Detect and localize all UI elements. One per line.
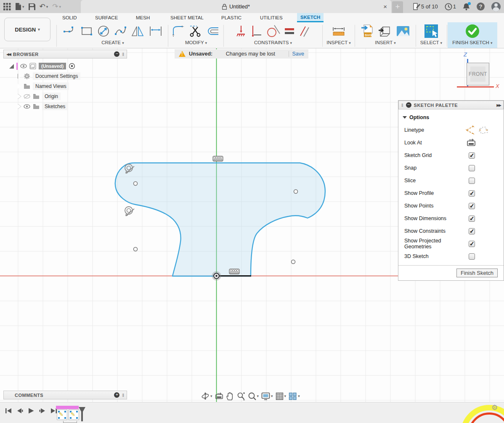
sketch-profile[interactable] xyxy=(115,163,325,276)
job-status-button[interactable]: 5 of 10 xyxy=(413,3,438,10)
fix-constraint-icon[interactable] xyxy=(236,25,247,37)
sketch-point[interactable] xyxy=(134,247,138,251)
timeline-sketch-feature-1[interactable]: ✎ xyxy=(57,410,67,420)
browser-header[interactable]: ◀◀ BROWSER − ‖ xyxy=(3,50,127,59)
insert-mesh-icon[interactable] xyxy=(378,24,392,38)
notifications-button[interactable] xyxy=(463,3,470,11)
browser-row-sketches[interactable]: Sketches xyxy=(3,101,127,112)
visibility-eye-icon[interactable] xyxy=(24,103,30,110)
collapse-browser-icon[interactable]: ◀◀ xyxy=(6,52,11,56)
show-profile-checkbox[interactable] xyxy=(469,190,475,197)
options-section-header[interactable]: Options xyxy=(398,111,504,124)
spline-tool-icon[interactable] xyxy=(114,25,127,37)
show-points-checkbox[interactable] xyxy=(469,203,475,209)
trim-tool-icon[interactable] xyxy=(188,24,202,38)
timeline-sketch-feature-2[interactable]: ✎ xyxy=(69,410,79,420)
finish-sketch-button[interactable]: Finish Sketch xyxy=(456,269,498,277)
rectangle-tool-icon[interactable] xyxy=(80,25,93,37)
timeline-group-bar[interactable] xyxy=(56,406,79,409)
offset-tool-icon[interactable] xyxy=(206,25,220,37)
look-at-tool[interactable] xyxy=(215,392,223,400)
tab-sketch[interactable]: SKETCH xyxy=(297,13,324,22)
construction-linetype-icon[interactable] xyxy=(465,125,475,135)
finish-sketch-icon[interactable] xyxy=(465,24,480,39)
browser-row-document-settings[interactable]: Document Settings xyxy=(3,71,127,81)
equal-constraint-icon[interactable] xyxy=(284,26,295,36)
modify-dropdown[interactable]: MODIFY xyxy=(169,40,223,45)
circle-tool-icon[interactable] xyxy=(97,24,110,38)
orbit-tool[interactable] xyxy=(201,392,212,400)
new-tab-button[interactable]: + xyxy=(392,1,403,13)
horizontal-vertical-constraint-icon[interactable] xyxy=(250,25,262,37)
dimension-tool-icon[interactable] xyxy=(149,25,163,37)
canvas-image-icon[interactable] xyxy=(396,25,410,37)
sketch-palette-header[interactable]: ‖ − SKETCH PALETTE ▶▶ xyxy=(398,101,504,109)
palette-minimize-icon[interactable]: − xyxy=(406,102,411,108)
redo-icon[interactable]: ↷ xyxy=(52,2,61,11)
named-views-label[interactable]: Named Views xyxy=(33,82,69,90)
comments-header[interactable]: COMMENTS + ‖ xyxy=(3,391,127,399)
tab-utilities[interactable]: UTILITIES xyxy=(257,13,286,22)
look-at-icon[interactable] xyxy=(467,138,476,147)
step-back-icon[interactable] xyxy=(16,407,24,414)
timeline-position-marker[interactable] xyxy=(78,407,86,422)
sketch-point[interactable] xyxy=(292,260,295,264)
step-forward-icon[interactable] xyxy=(39,407,46,414)
tab-surface[interactable]: SURFACE xyxy=(92,13,121,22)
play-icon[interactable] xyxy=(28,407,34,414)
origin-label[interactable]: Origin xyxy=(42,93,61,100)
measure-tool-icon[interactable] xyxy=(332,25,346,37)
collapse-palette-icon[interactable]: ▶▶ xyxy=(496,103,501,107)
tab-plastic[interactable]: PLASTIC xyxy=(218,13,245,22)
document-settings-label[interactable]: Document Settings xyxy=(33,72,80,80)
fit-tool[interactable] xyxy=(248,392,259,400)
zoom-tool[interactable] xyxy=(236,392,245,400)
tab-solid[interactable]: SOLID xyxy=(59,13,80,22)
snap-checkbox[interactable] xyxy=(469,165,475,171)
inspect-dropdown[interactable]: INSPECT xyxy=(324,40,354,45)
line-tool-icon[interactable] xyxy=(63,25,77,37)
close-tab-icon[interactable]: × xyxy=(383,3,387,10)
display-settings[interactable] xyxy=(261,392,273,400)
horizontal-constraint-icon[interactable] xyxy=(213,156,223,161)
mirror-tool-icon[interactable] xyxy=(131,25,145,37)
comments-drag-handle[interactable]: ‖ xyxy=(122,393,124,398)
horizontal-constraint-icon[interactable] xyxy=(229,269,239,274)
document-tab[interactable]: Untitled* × xyxy=(81,0,391,13)
select-tool-icon[interactable] xyxy=(424,24,438,38)
history-button[interactable]: 1 xyxy=(445,3,456,11)
visibility-eye-icon[interactable] xyxy=(20,63,27,69)
sketches-label[interactable]: Sketches xyxy=(42,103,68,110)
sketch-grid-checkbox[interactable] xyxy=(469,152,475,159)
design-workspace-dropdown[interactable]: DESIGN xyxy=(4,18,50,41)
root-expander-icon[interactable] xyxy=(9,64,14,69)
insert-svg-icon[interactable]: SVG xyxy=(361,24,374,38)
expander-icon[interactable] xyxy=(18,74,21,79)
constraints-dropdown[interactable]: CONSTRAINTS xyxy=(225,40,321,45)
user-avatar[interactable] xyxy=(491,2,501,11)
3d-sketch-checkbox[interactable] xyxy=(469,253,475,260)
finish-sketch-dropdown[interactable]: FINISH SKETCH xyxy=(448,40,497,45)
browser-drag-handle[interactable]: ‖ xyxy=(122,52,124,57)
app-grid-icon[interactable] xyxy=(3,3,11,11)
create-dropdown[interactable]: CREATE xyxy=(58,40,167,45)
expander-icon[interactable] xyxy=(18,104,21,109)
fillet-tool-icon[interactable] xyxy=(172,25,185,37)
root-document-label[interactable]: (Unsaved) xyxy=(39,63,66,69)
file-menu-icon[interactable] xyxy=(15,3,24,10)
show-projected-geometries-checkbox[interactable] xyxy=(469,241,475,247)
origin-point[interactable] xyxy=(212,271,221,281)
sketch-point[interactable] xyxy=(134,182,138,186)
undo-icon[interactable]: ↶ xyxy=(40,2,48,11)
activate-component-icon[interactable] xyxy=(69,63,75,69)
slice-checkbox[interactable] xyxy=(469,178,475,184)
tangent-constraint-icon[interactable] xyxy=(125,207,134,216)
pan-tool[interactable] xyxy=(226,392,234,400)
browser-root-row[interactable]: (Unsaved) xyxy=(3,61,127,71)
tab-mesh[interactable]: MESH xyxy=(133,13,153,22)
go-to-start-icon[interactable] xyxy=(5,407,12,414)
viewcube-front-face[interactable]: FRONT xyxy=(467,63,489,85)
expander-icon[interactable] xyxy=(18,94,21,99)
insert-dropdown[interactable]: INSERT xyxy=(356,40,415,45)
palette-drag-handle[interactable]: ‖ xyxy=(401,103,403,108)
